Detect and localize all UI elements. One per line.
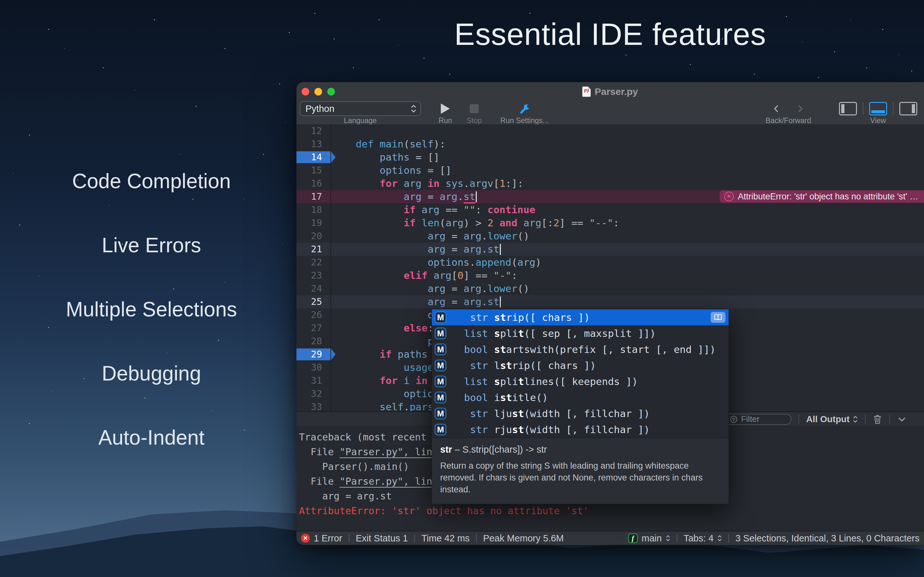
window-titlebar[interactable]: py Parser.py — [296, 82, 924, 101]
document-title: Parser.py — [594, 86, 638, 97]
code-line: 13 def main(self): — [296, 137, 924, 151]
line-number[interactable]: 32 — [296, 387, 331, 400]
updown-chevron-icon — [411, 104, 417, 113]
error-text: AttributeError: 'str' object has no attr… — [299, 505, 589, 516]
code-text[interactable]: if arg == "": continue — [331, 203, 924, 216]
filter-input[interactable] — [740, 414, 783, 424]
code-text[interactable]: arg = arg.lower() — [331, 282, 924, 295]
code-text[interactable]: if len(arg) > 2 and arg[:2] == "--": — [331, 216, 924, 229]
language-select[interactable]: Python — [300, 101, 421, 116]
run-settings-button[interactable] — [519, 101, 531, 116]
line-number[interactable]: 29 — [296, 348, 331, 361]
back-button[interactable] — [772, 103, 780, 114]
completion-item[interactable]: Mstrlstrip([ chars ]) — [432, 358, 729, 374]
stop-icon — [470, 104, 479, 113]
code-text[interactable]: arg = arg.lower() — [331, 229, 924, 243]
code-text[interactable]: options = [] — [331, 164, 924, 177]
git-branch-icon: f — [628, 533, 638, 543]
method-signature: splitlines([ keepends ]) — [494, 376, 638, 387]
feature-item: Auto-Indent — [0, 425, 303, 450]
line-number[interactable]: 22 — [296, 256, 331, 269]
method-icon: M — [435, 343, 446, 355]
feature-list: Code CompletionLive ErrorsMultiple Selec… — [0, 168, 303, 450]
feature-item: Code Completion — [0, 168, 303, 194]
error-count[interactable]: ✕ 1 Error — [301, 533, 342, 544]
toggle-right-panel-button[interactable] — [899, 102, 917, 115]
tabs-label: Tabs: 4 — [684, 533, 714, 544]
line-number[interactable]: 33 — [296, 400, 331, 411]
code-text[interactable]: elif arg[0] == "-": — [331, 269, 924, 282]
code-line: 17✕AttributeError: 'str' object has no a… — [296, 190, 924, 203]
stop-button[interactable] — [470, 101, 479, 116]
code-text[interactable]: arg = arg.st — [331, 243, 924, 256]
line-number[interactable]: 18 — [296, 203, 331, 216]
method-signature: rjust(width [, fillchar ]) — [494, 424, 650, 435]
app-window: py Parser.py Python Language Run Stop — [296, 82, 924, 545]
line-number[interactable]: 27 — [296, 322, 331, 335]
status-bar: ✕ 1 Error Exit Status 1 Time 42 ms Peak … — [296, 531, 924, 545]
toggle-bottom-panel-button[interactable] — [869, 102, 887, 115]
run-label: Run — [439, 116, 452, 125]
line-number[interactable]: 16 — [296, 177, 331, 190]
updown-chevron-icon — [666, 534, 670, 542]
method-icon: M — [435, 311, 446, 323]
code-line: 23 elif arg[0] == "-": — [296, 269, 924, 282]
filter-field[interactable] — [725, 414, 792, 425]
method-icon: M — [435, 424, 446, 435]
text-cursor — [500, 244, 501, 255]
code-text[interactable]: arg = arg.st — [331, 295, 924, 308]
stop-label: Stop — [467, 116, 481, 125]
line-number[interactable]: 25 — [296, 295, 331, 308]
completion-item[interactable]: Mstrrjust(width [, fillchar ]) — [432, 422, 729, 438]
forward-button[interactable] — [796, 103, 804, 114]
clear-console-button[interactable] — [873, 414, 882, 424]
line-number[interactable]: 17 — [296, 190, 331, 203]
inline-error-annotation[interactable]: ✕AttributeError: 'str' object has no att… — [720, 190, 924, 203]
documentation-book-icon[interactable] — [711, 312, 725, 323]
line-number[interactable]: 28 — [296, 335, 331, 348]
completion-item[interactable]: Mboolistitle() — [432, 390, 729, 406]
completion-item[interactable]: Mlistsplitlines([ keepends ]) — [432, 374, 729, 390]
exit-status: Exit Status 1 — [356, 533, 408, 544]
line-number[interactable]: 26 — [296, 308, 331, 322]
method-signature: split([ sep [, maxsplit ]]) — [494, 327, 656, 339]
completion-item[interactable]: Mstrstrip([ chars ]) — [432, 309, 729, 326]
run-settings-label: Run Settings... — [501, 116, 549, 125]
code-text[interactable]: paths = [] — [331, 151, 924, 164]
line-number[interactable]: 23 — [296, 269, 331, 282]
completion-item[interactable]: Mlistsplit([ sep [, maxsplit ]]) — [432, 326, 729, 342]
line-number[interactable]: 21 — [296, 243, 331, 256]
line-number[interactable]: 13 — [296, 137, 331, 151]
output-scope-select[interactable]: All Output — [806, 414, 858, 424]
line-number[interactable]: 12 — [296, 124, 331, 137]
line-number[interactable]: 31 — [296, 374, 331, 387]
code-text[interactable] — [331, 124, 924, 137]
line-number[interactable]: 19 — [296, 216, 331, 229]
code-text[interactable]: options.append(arg) — [331, 256, 924, 269]
method-icon: M — [435, 327, 446, 339]
completion-item[interactable]: Mstrljust(width [, fillchar ]) — [432, 406, 729, 422]
line-number[interactable]: 15 — [296, 164, 331, 177]
toggle-left-panel-button[interactable] — [839, 102, 857, 115]
method-signature: strip([ chars ]) — [494, 311, 590, 323]
return-type: str — [450, 311, 488, 323]
feature-item: Debugging — [0, 361, 303, 386]
feature-item: Multiple Selections — [0, 297, 303, 322]
line-number[interactable]: 30 — [296, 361, 331, 374]
line-number[interactable]: 24 — [296, 282, 331, 295]
method-icon: M — [435, 376, 446, 387]
language-label: Language — [344, 116, 376, 125]
git-branch-select[interactable]: f main — [628, 533, 670, 544]
run-time: Time 42 ms — [421, 533, 469, 544]
code-text[interactable]: def main(self): — [331, 137, 924, 151]
run-button[interactable] — [441, 101, 450, 116]
code-line: 25 arg = arg.st — [296, 295, 924, 308]
tabs-select[interactable]: Tabs: 4 — [684, 533, 722, 544]
completion-item[interactable]: Mboolstartswith(prefix [, start [, end ]… — [432, 342, 729, 358]
collapse-console-button[interactable] — [897, 414, 907, 424]
code-line: 19 if len(arg) > 2 and arg[:2] == "--": — [296, 216, 924, 229]
line-number[interactable]: 20 — [296, 229, 331, 243]
code-text[interactable]: for arg in sys.argv[1:]: — [331, 177, 924, 190]
line-number[interactable]: 14 — [296, 151, 331, 164]
doc-description: Return a copy of the string S with leadi… — [440, 460, 720, 496]
